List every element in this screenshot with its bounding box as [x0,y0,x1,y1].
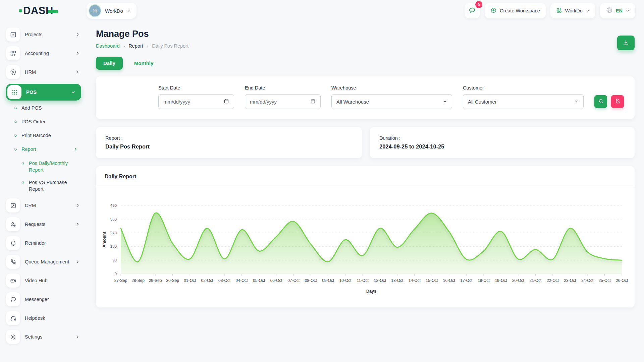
dots-grid-icon [7,85,21,99]
sidebar-item-helpdesk[interactable]: Helpdesk [6,311,81,325]
sidebar-item-report[interactable]: Report [6,146,81,152]
svg-text:22-Oct: 22-Oct [547,278,559,283]
tab-monthly[interactable]: Monthly [132,60,156,66]
sidebar-item-queue-management[interactable]: Queue Management [6,255,81,269]
breadcrumb-report[interactable]: Report [128,43,143,49]
messages-button[interactable]: 0 [465,3,480,18]
warehouse-label: Warehouse [331,85,452,90]
sidebar-item-print-barcode[interactable]: Print Barcode [6,133,81,138]
grid-plus-icon [556,7,562,14]
brand-logo: DASH [0,5,87,17]
chevron-down-icon [443,99,447,105]
svg-text:15-Oct: 15-Oct [426,278,438,283]
bell-icon [6,236,20,250]
crm-icon [6,198,20,213]
topbar: DASH WorkDo 0 Create Workspace [0,0,644,21]
report-summary-label: Report : [105,135,353,141]
sidebar-item-pos[interactable]: POS [6,84,81,101]
sidebar-item-reminder[interactable]: Reminder [6,236,81,250]
bullet-icon [13,120,17,123]
workspace-dropdown[interactable]: WorkDo [550,3,595,18]
page-title: Manage Pos [96,29,635,39]
chevron-right-icon [75,51,81,56]
download-button[interactable] [617,36,635,50]
report-summary-value: Daily Pos Report [105,143,353,150]
svg-text:10-Oct: 10-Oct [339,278,352,283]
video-camera-icon [6,274,20,288]
sidebar-item-pos-vs-purchase-report[interactable]: Pos VS Purchase Report [6,179,81,192]
end-date-field: End Date mm/dd/yyyy [245,85,321,109]
end-date-input[interactable]: mm/dd/yyyy [245,94,321,109]
svg-text:24-Oct: 24-Oct [581,278,594,283]
sidebar-submenu-pos: Add POSPOS OrderPrint BarcodeReportPos D… [6,105,81,192]
warehouse-field: Warehouse All Warehouse [331,85,452,109]
svg-text:450: 450 [110,203,117,207]
customer-select[interactable]: All Customer [463,94,584,109]
workspace-name: WorkDo [105,8,123,14]
breadcrumb-dashboard[interactable]: Dashboard [96,43,120,49]
customer-selected-value: All Customer [468,99,497,105]
svg-text:0: 0 [115,272,117,276]
chevron-right-icon [73,147,81,152]
sidebar-item-video-hub[interactable]: Video Hub [6,274,81,288]
sidebar-item-add-pos[interactable]: Add POS [6,105,81,111]
search-button[interactable] [594,95,607,108]
sidebar-item-requests[interactable]: Requests [6,217,81,231]
logo-dot-icon [19,9,22,12]
sidebar-item-projects[interactable]: Projects [6,27,81,42]
warehouse-select[interactable]: All Warehouse [331,94,452,109]
sidebar-item-settings[interactable]: Settings [6,330,81,344]
svg-text:07-Oct: 07-Oct [287,278,300,283]
sidebar-item-pos-daily-monthly-report[interactable]: Pos Daily/Monthly Report [6,160,81,173]
svg-text:26-Oct: 26-Oct [616,278,628,283]
svg-text:17-Oct: 17-Oct [460,278,473,283]
calendar-icon [224,99,229,105]
chevron-down-icon [586,9,590,13]
chevron-right-icon [75,222,81,227]
svg-text:360: 360 [110,217,117,221]
chevron-right-icon [75,70,81,74]
grid-plus-icon [6,46,20,60]
person-dashed-icon [6,65,20,79]
svg-text:13-Oct: 13-Oct [391,278,404,283]
svg-text:19-Oct: 19-Oct [495,278,507,283]
chevron-right-icon [75,259,81,264]
chevron-down-icon [626,9,630,13]
reset-filter-button[interactable] [611,95,624,108]
bullet-icon [13,106,17,110]
sidebar-item-messenger[interactable]: Messenger [6,292,81,306]
bullet-icon [13,133,17,137]
chevron-right-icon [75,203,81,208]
headset-icon [6,311,20,325]
gear-icon [6,330,20,344]
bullet-icon [13,147,17,151]
sidebar-item-accounting[interactable]: Accounting [6,46,81,60]
svg-text:18-Oct: 18-Oct [478,278,490,283]
notification-badge: 0 [475,1,482,8]
filter-card: Start Date mm/dd/yyyy End Date mm/dd/yyy… [96,76,635,119]
svg-text:28-Sep: 28-Sep [131,278,145,283]
workspace-dropdown-label: WorkDo [565,8,583,13]
warehouse-selected-value: All Warehouse [336,99,369,105]
start-date-input[interactable]: mm/dd/yyyy [158,94,234,109]
person-plus-icon [6,217,20,231]
sidebar-item-hrm[interactable]: HRM [6,65,81,79]
report-summary-card: Report : Daily Pos Report [96,127,362,158]
plus-circle-icon [490,7,497,14]
sidebar-item-pos-order[interactable]: POS Order [6,119,81,124]
chat-bubble-icon [6,292,20,306]
tab-daily[interactable]: Daily [96,57,123,70]
create-workspace-button[interactable]: Create Workspace [485,3,546,18]
workspace-switcher[interactable]: WorkDo [87,3,137,19]
duration-summary-value: 2024-09-25 to 2024-10-25 [379,143,625,150]
language-dropdown[interactable]: EN [600,3,635,18]
svg-text:03-Oct: 03-Oct [218,278,231,283]
svg-text:270: 270 [110,231,117,235]
chart-card-title: Daily Report [96,166,635,187]
sidebar-item-crm[interactable]: CRM [6,198,81,213]
svg-text:180: 180 [110,244,117,248]
svg-text:27-Sep: 27-Sep [114,278,127,283]
bullet-icon [21,161,24,165]
chevron-down-icon [574,99,579,105]
svg-text:30-Sep: 30-Sep [166,278,179,283]
